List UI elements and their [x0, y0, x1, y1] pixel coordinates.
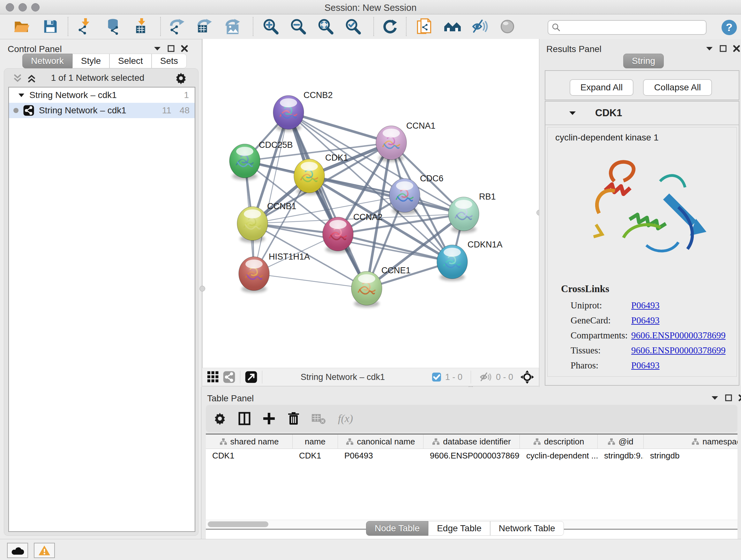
toolbar-separator: [253, 17, 253, 36]
panel-close-icon[interactable]: [181, 45, 188, 52]
network-collection-row[interactable]: String Network – cdk1 1: [9, 87, 195, 103]
network-edge[interactable]: [254, 112, 288, 273]
add-column-icon[interactable]: [263, 412, 275, 425]
search-input[interactable]: [561, 22, 703, 33]
panel-float-icon[interactable]: [167, 45, 175, 52]
column-header[interactable]: name: [293, 435, 338, 449]
table-settings-gear-icon[interactable]: [213, 412, 226, 425]
crosslink-value[interactable]: 9606.ENSP00000378699: [631, 345, 726, 355]
tab-network-table[interactable]: Network Table: [490, 521, 564, 536]
network-node-ccna1[interactable]: [376, 126, 407, 162]
network-node-ccna2[interactable]: [323, 217, 353, 253]
tab-select[interactable]: Select: [110, 54, 151, 68]
zoom-selected-icon[interactable]: [344, 17, 362, 36]
hide-unhide-icon[interactable]: [471, 17, 489, 36]
crosslink-value[interactable]: P06493: [631, 300, 660, 310]
tab-string[interactable]: String: [623, 54, 664, 68]
help-icon[interactable]: ?: [721, 19, 738, 36]
fit-content-crosshair-icon[interactable]: [520, 370, 534, 384]
gene-section-header[interactable]: CDK1: [545, 102, 739, 125]
import-network-icon[interactable]: [77, 17, 94, 36]
collapse-all-button[interactable]: Collapse All: [643, 79, 712, 96]
network-node-ccne1[interactable]: [351, 271, 382, 307]
crosslink-label: GeneCard:: [570, 313, 631, 328]
export-network-icon[interactable]: [169, 17, 186, 36]
network-edge[interactable]: [288, 112, 391, 143]
network-node-ccnb2[interactable]: [273, 96, 304, 132]
tab-style[interactable]: Style: [72, 54, 110, 68]
node-label: CDKN1A: [468, 240, 502, 249]
network-node-ccnb1[interactable]: [237, 206, 268, 243]
panel-float-icon[interactable]: [725, 394, 732, 401]
section-expander-icon[interactable]: [568, 110, 577, 117]
import-database-icon[interactable]: [105, 17, 123, 36]
import-table-icon[interactable]: [133, 17, 151, 36]
network-overview-icon[interactable]: [223, 371, 235, 383]
network-view-canvas[interactable]: CCNB2CCNA1CDC25BCDK1CDC6RB1CCNB1CCNA2CDK…: [202, 39, 539, 368]
cell-canonical-name: P06493: [338, 451, 423, 461]
share-file-icon[interactable]: [415, 17, 433, 36]
network-node-rb1[interactable]: [448, 197, 479, 233]
node-label: CDC6: [420, 174, 444, 183]
column-header[interactable]: shared name: [206, 435, 293, 449]
hidden-eye-icon[interactable]: [479, 372, 492, 382]
home-networks-icon[interactable]: [444, 17, 461, 36]
left-splitter-handle[interactable]: [199, 286, 205, 292]
open-session-icon[interactable]: [13, 17, 30, 36]
zoom-out-icon[interactable]: [289, 17, 307, 36]
zoom-in-icon[interactable]: [262, 17, 280, 36]
search-field[interactable]: [548, 20, 706, 35]
function-builder-icon: f(x): [338, 413, 353, 425]
crosslink-value[interactable]: P06493: [631, 315, 660, 325]
tab-network[interactable]: Network: [22, 54, 72, 68]
table-row[interactable]: CDK1 CDK1 P06493 9606.ENSP00000378699 cy…: [206, 449, 738, 462]
network-node-cdk1[interactable]: [294, 159, 325, 195]
selected-checkbox-icon[interactable]: [432, 372, 441, 382]
collection-expander-icon[interactable]: [18, 92, 25, 98]
export-image-icon[interactable]: [224, 17, 242, 36]
footer-separator: [262, 371, 262, 383]
cloud-button[interactable]: [7, 543, 28, 558]
column-header[interactable]: canonical name: [338, 435, 423, 449]
open-in-window-icon[interactable]: [245, 371, 258, 383]
network-node-cdc6[interactable]: [389, 179, 420, 214]
warning-button[interactable]: [34, 543, 55, 558]
panel-close-icon[interactable]: [733, 45, 740, 52]
column-header[interactable]: @id: [598, 435, 644, 449]
control-panel-tabs: Network Style Select Sets: [22, 54, 187, 68]
network-node-cdkn1a[interactable]: [437, 245, 468, 281]
save-session-icon[interactable]: [42, 17, 59, 36]
show-columns-icon[interactable]: [239, 412, 251, 425]
network-row[interactable]: String Network – cdk1 11 48: [9, 103, 195, 118]
application-window: Session: New Session: [0, 0, 741, 560]
expand-all-button[interactable]: Expand All: [569, 79, 633, 96]
column-header[interactable]: description: [520, 435, 598, 449]
panel-collapse-icon[interactable]: [153, 45, 161, 52]
panel-close-icon[interactable]: [738, 394, 741, 401]
tab-edge-table[interactable]: Edge Table: [428, 521, 490, 536]
crosslink-value[interactable]: P06493: [631, 360, 660, 370]
column-header[interactable]: namespace: [644, 435, 738, 449]
delete-table-icon: [312, 413, 326, 424]
network-edge[interactable]: [288, 112, 367, 288]
panel-float-icon[interactable]: [719, 45, 727, 52]
panel-collapse-icon[interactable]: [711, 394, 719, 401]
column-header[interactable]: database identifier: [423, 435, 520, 449]
panel-collapse-icon[interactable]: [705, 45, 714, 52]
crosslink-label: Pharos:: [570, 358, 631, 373]
crosslink-value[interactable]: 9606.ENSP00000378699: [631, 330, 726, 340]
network-node-hist1h1a[interactable]: [239, 257, 269, 293]
network-options-gear-icon[interactable]: [175, 72, 187, 84]
refresh-icon[interactable]: [381, 17, 399, 36]
node-label: CCNA2: [353, 212, 383, 222]
zoom-fit-icon[interactable]: [317, 17, 334, 36]
tab-node-table[interactable]: Node Table: [366, 521, 428, 536]
scrollbar-thumb[interactable]: [208, 521, 268, 527]
selected-count: 1 - 0: [445, 372, 462, 382]
network-node-cdc25b[interactable]: [229, 144, 260, 180]
birdseye-grid-icon[interactable]: [207, 371, 219, 383]
tab-sets[interactable]: Sets: [151, 54, 187, 68]
network-edge[interactable]: [254, 273, 367, 288]
delete-column-icon[interactable]: [287, 412, 300, 425]
export-table-icon[interactable]: [196, 17, 214, 36]
